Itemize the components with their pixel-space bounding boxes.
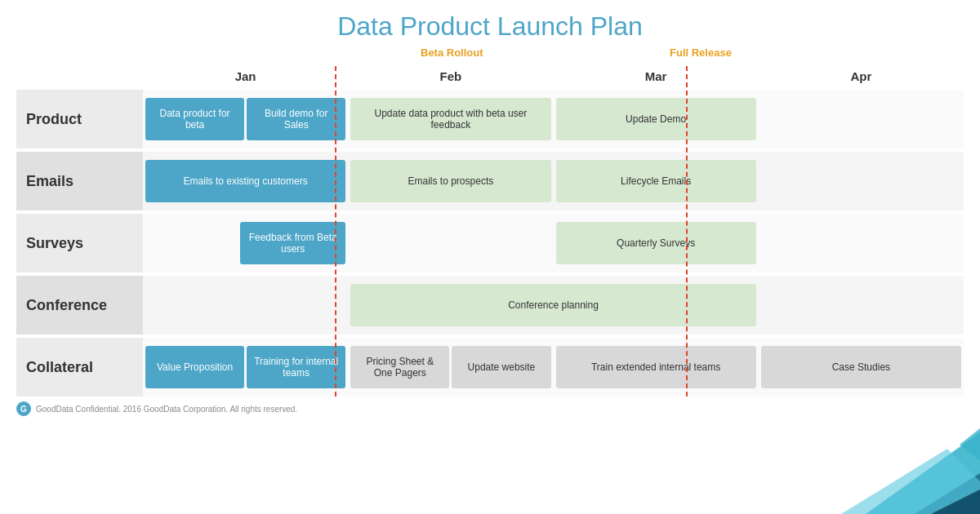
cell-emails-feb: Emails to prospects — [348, 152, 553, 210]
cell-surveys-feb — [348, 214, 553, 273]
page-title: Data Product Launch Plan — [16, 11, 964, 42]
task-emails-existing: Emails to existing customers — [145, 160, 345, 202]
gantt-wrapper: Jan Feb Mar Apr Product Data product for… — [16, 66, 964, 397]
footer-text: GoodData Confidential. 2016 GoodData Cor… — [36, 405, 297, 414]
task-case-studies: Case Studies — [761, 346, 961, 388]
row-product: Product Data product for beta Build demo… — [16, 90, 964, 148]
cell-product-mar: Update Demo — [554, 90, 759, 148]
task-value-proposition: Value Proposition — [145, 346, 244, 388]
month-empty — [16, 66, 143, 86]
task-train-extended: Train extended internal teams — [556, 346, 756, 388]
month-jan: Jan — [143, 66, 348, 86]
task-update-demo: Update Demo — [556, 98, 756, 140]
task-training-internal: Training for internal teams — [247, 346, 345, 388]
cell-collateral-feb: Pricing Sheet & One Pagers Update websit… — [348, 338, 553, 397]
cell-conference-feb: Conference planning — [348, 276, 759, 335]
row-emails: Emails Emails to existing customers Emai… — [16, 152, 964, 210]
label-surveys: Surveys — [16, 214, 143, 273]
cell-emails-mar: Lifecycle Emails — [554, 152, 759, 210]
task-quarterly-surveys: Quarterly Surveys — [556, 222, 756, 264]
task-feedback-beta: Feedback from Beta users — [240, 222, 345, 264]
months-header: Jan Feb Mar Apr — [16, 66, 964, 86]
label-emails: Emails — [16, 152, 143, 210]
month-apr: Apr — [759, 66, 964, 86]
cell-conference-apr — [759, 276, 964, 335]
cell-emails-apr — [759, 152, 964, 210]
row-surveys: Surveys Feedback from Beta users Quarter… — [16, 214, 964, 273]
row-conference: Conference Conference planning — [16, 276, 964, 335]
cell-conference-jan — [143, 276, 348, 335]
beta-rollout-label: Beta Rollout — [421, 47, 483, 59]
label-conference: Conference — [16, 276, 143, 335]
task-conference-planning: Conference planning — [350, 284, 756, 326]
task-data-product-beta: Data product for beta — [145, 98, 244, 140]
label-collateral: Collateral — [16, 338, 143, 397]
full-release-label: Full Release — [670, 47, 732, 59]
task-emails-prospects: Emails to prospects — [350, 160, 550, 202]
cell-collateral-mar: Train extended internal teams — [554, 338, 759, 397]
cell-emails-jan: Emails to existing customers — [143, 152, 348, 210]
cell-surveys-apr — [759, 214, 964, 273]
task-build-demo-sales: Build demo for Sales — [247, 98, 345, 140]
cell-collateral-jan: Value Proposition Training for internal … — [143, 338, 348, 397]
month-feb: Feb — [348, 66, 553, 86]
task-update-data-product: Update data product with beta user feedb… — [350, 98, 550, 140]
month-mar: Mar — [554, 66, 759, 86]
cell-product-apr — [759, 90, 964, 148]
cell-surveys-mar: Quarterly Surveys — [554, 214, 759, 273]
cell-surveys-jan: Feedback from Beta users — [143, 214, 348, 273]
decorative-triangles — [800, 383, 980, 514]
cell-product-feb: Update data product with beta user feedb… — [348, 90, 553, 148]
label-product: Product — [16, 90, 143, 148]
task-pricing-sheet: Pricing Sheet & One Pagers — [350, 346, 449, 388]
task-update-website: Update website — [452, 346, 550, 388]
footer-logo: G — [16, 401, 31, 416]
cell-product-jan: Data product for beta Build demo for Sal… — [143, 90, 348, 148]
page-container: Data Product Launch Plan Beta Rollout Fu… — [0, 0, 980, 514]
task-lifecycle-emails: Lifecycle Emails — [556, 160, 756, 202]
